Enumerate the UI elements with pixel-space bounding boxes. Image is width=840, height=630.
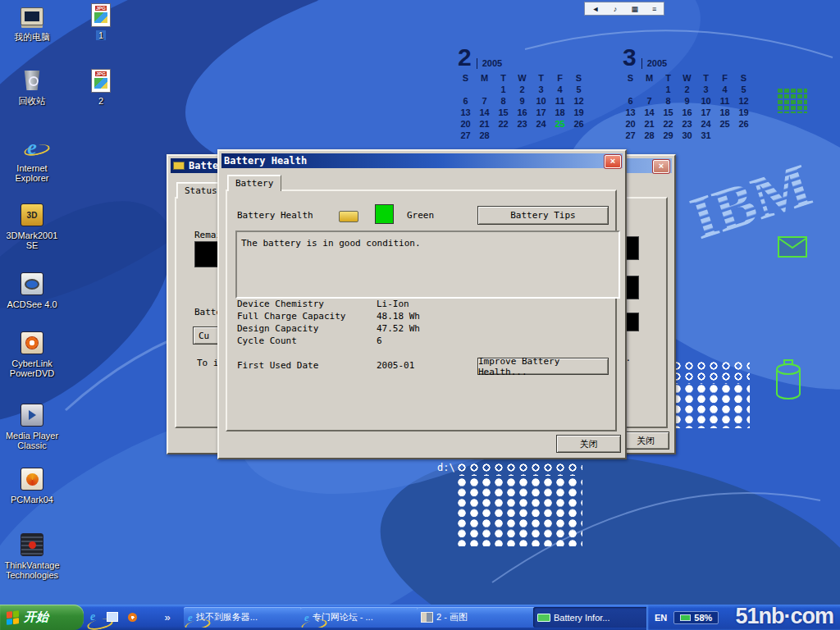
health-status-text: Green <box>407 210 434 221</box>
quicklaunch-media-player-icon[interactable] <box>125 609 139 624</box>
grid-icon: ▦ <box>631 5 638 13</box>
health-status-swatch <box>375 204 394 224</box>
taskbar-task-battery-information[interactable]: Battery Infor... <box>533 607 653 628</box>
calendar-day: 13 <box>456 107 475 118</box>
close-button[interactable]: 关闭 <box>556 435 621 453</box>
calendar-day-headers: SMTWTFS <box>621 72 756 84</box>
calendar-day: 15 <box>494 107 513 118</box>
calendar-day: 14 <box>640 107 659 118</box>
icon-label: 我的电脑 <box>14 32 50 42</box>
desktop-icon-my-computer[interactable]: 我的电脑 <box>3 3 61 42</box>
note-icon: ♪ <box>614 5 618 13</box>
taskbar-task-paint[interactable]: 2 - 画图 <box>417 607 536 628</box>
calendar-days: 1234567891011121314151617181920212223242… <box>456 84 591 141</box>
quicklaunch-show-desktop-icon[interactable] <box>105 609 120 624</box>
icon-label: ACDSee 4.0 <box>7 299 57 309</box>
taskbar-task-ie-2[interactable]: e 专门网论坛 - ... <box>300 607 420 628</box>
calendar-day: 12 <box>734 95 753 107</box>
window-title: Batte <box>189 160 218 171</box>
calendar-day: 7 <box>640 95 659 107</box>
field-value: 47.52 Wh <box>377 323 420 334</box>
field-label: Cycle Count <box>237 336 297 346</box>
field-label: Full Charge Capacity <box>237 311 345 322</box>
calendar-day: 22 <box>494 118 513 130</box>
dot-pattern-ring <box>671 361 750 384</box>
start-button[interactable]: 开始 <box>0 605 84 630</box>
calendar-day: 27 <box>621 130 640 141</box>
close-button[interactable]: 关闭 <box>622 431 669 450</box>
calendar-day-header: F <box>715 72 734 84</box>
close-icon[interactable]: × <box>653 160 669 173</box>
calendar-day-header: M <box>640 72 659 84</box>
dot-pattern-ring-2 <box>456 463 582 476</box>
quicklaunch-chevron-icon[interactable]: » <box>162 609 172 624</box>
calendar-day: 21 <box>640 118 659 130</box>
calendar-day: 6 <box>621 95 640 107</box>
desktop-icon-powerdvd[interactable]: CyberLink PowerDVD <box>3 330 61 378</box>
desktop-icon-recycle-bin[interactable]: 回收站 <box>3 67 61 106</box>
battery-small-icon <box>339 211 358 222</box>
dot-pattern-solid-2 <box>456 477 582 546</box>
calendar-day: 3 <box>696 84 715 95</box>
calendar-day: 3 <box>532 84 550 95</box>
windows-flag-icon <box>7 610 20 625</box>
battery-tips-button[interactable]: Battery Tips <box>477 206 609 225</box>
desktop-icon-pcmark04[interactable]: PCMark04 <box>3 466 61 504</box>
volume-osd-toolbar: ◄ ♪ ▦ ≡ <box>584 2 664 16</box>
jpg-badge: JPG <box>95 71 107 76</box>
calendar-day: 12 <box>569 95 588 107</box>
calendar-day <box>494 130 513 141</box>
calendar-month-number: 2 <box>458 46 472 69</box>
quicklaunch-ie-icon[interactable]: e <box>85 609 100 624</box>
tab-battery[interactable]: Battery <box>227 175 281 191</box>
calendar-day: 28 <box>475 130 494 141</box>
icon-label: CyberLink PowerDVD <box>3 358 61 378</box>
calendar-day: 2 <box>678 84 696 95</box>
calendar-day-header: S <box>621 72 640 84</box>
calendar-day: 16 <box>678 107 696 118</box>
close-icon[interactable]: × <box>605 155 621 168</box>
calendar-day-header: S <box>569 72 588 84</box>
icon-label: 回收站 <box>19 96 46 106</box>
ie-icon: e <box>188 612 193 623</box>
taskbar-task-ie-1[interactable]: e 找不到服务器... <box>184 607 304 628</box>
my-computer-icon <box>21 7 43 25</box>
condition-textbox[interactable]: The battery is in good condition. <box>235 231 620 299</box>
taskbar: 开始 e » e 找不到服务器... e 专门网论坛 - ... 2 - 画图 … <box>0 605 840 630</box>
icon-label: Media Player Classic <box>3 431 61 450</box>
calendar-day <box>640 84 659 95</box>
calendar-day: 20 <box>456 118 475 130</box>
calendar-day: 19 <box>734 107 753 118</box>
desktop-icon-3dmark2001[interactable]: 3D 3DMark2001 SE <box>3 202 61 250</box>
battery-health-titlebar[interactable]: Battery Health <box>221 153 623 168</box>
calendar-year: 2005 <box>641 58 667 69</box>
menu-icon: ≡ <box>652 5 656 13</box>
desktop-icon-internet-explorer[interactable]: e Internet Explorer <box>3 135 61 183</box>
calendar-day-header: M <box>475 72 494 84</box>
calendar-day: 8 <box>494 95 513 107</box>
calendar-days: 1234567891011121314151617181920212223242… <box>621 84 756 141</box>
improve-battery-health-button[interactable]: Improve Battery Health... <box>477 358 609 375</box>
calendar-day <box>621 84 640 95</box>
desktop-icon-acdsee[interactable]: ACDSee 4.0 <box>3 271 61 309</box>
calendar-day: 11 <box>550 95 569 107</box>
icon-label: 1 <box>96 30 106 40</box>
icon-label: 2 <box>98 96 103 106</box>
calendar-day-header: W <box>513 72 532 84</box>
desktop-icon-mpc[interactable]: Media Player Classic <box>3 402 61 450</box>
calendar-day <box>550 130 569 141</box>
desktop-icon-thinkvantage[interactable]: ThinkVantage Technologies <box>3 532 61 580</box>
desktop-icon-jpg-1[interactable]: JPG 1 <box>72 2 130 40</box>
powerdvd-icon <box>21 331 43 354</box>
calendar-day: 25 <box>550 118 569 130</box>
input-language-indicator[interactable]: EN <box>655 613 667 623</box>
thinkvantage-icon <box>21 533 43 556</box>
tray-battery-indicator[interactable]: 58% <box>673 611 719 624</box>
battery-icon <box>680 614 691 621</box>
desktop-icon-jpg-2[interactable]: JPG 2 <box>72 67 130 106</box>
calendar-day-header: T <box>494 72 513 84</box>
calendar-day-header: S <box>456 72 475 84</box>
calendar-day: 7 <box>475 95 494 107</box>
icon-label: ThinkVantage Technologies <box>3 560 61 580</box>
speaker-icon: ◄ <box>592 5 600 13</box>
